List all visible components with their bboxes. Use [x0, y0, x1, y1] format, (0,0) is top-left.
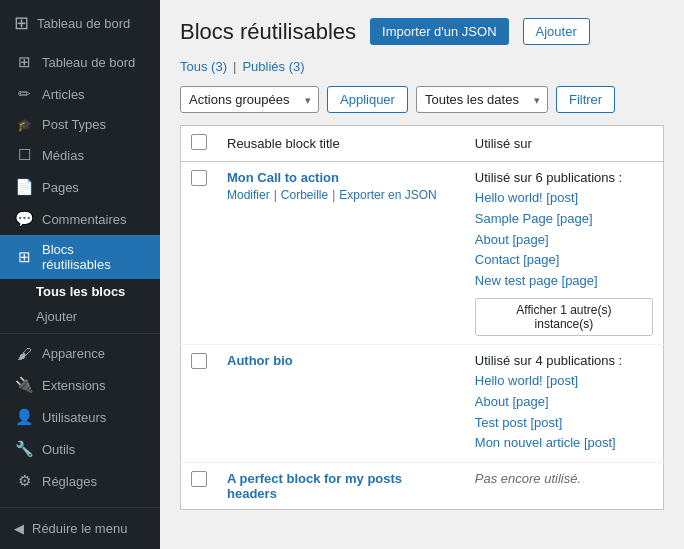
- dashboard-icon: ⊞: [14, 53, 34, 71]
- used-on-label: Utilisé sur 4 publications :: [475, 353, 653, 368]
- sidebar-item-label: Utilisateurs: [42, 410, 106, 425]
- apparence-icon: 🖌: [14, 345, 34, 362]
- apply-button[interactable]: Appliquer: [327, 86, 408, 113]
- add-button[interactable]: Ajouter: [523, 18, 590, 45]
- pages-icon: 📄: [14, 178, 34, 196]
- block-title-link[interactable]: A perfect block for my posts headers: [227, 471, 402, 501]
- sidebar-logo-label: Tableau de bord: [37, 16, 130, 31]
- used-on-link[interactable]: Hello world! [post]: [475, 371, 653, 392]
- table-col-title: Reusable block title: [217, 126, 465, 162]
- sidebar-item-extensions[interactable]: 🔌 Extensions: [0, 369, 160, 401]
- sidebar-item-dashboard[interactable]: ⊞ Tableau de bord: [0, 46, 160, 78]
- commentaires-icon: 💬: [14, 210, 34, 228]
- extensions-icon: 🔌: [14, 376, 34, 394]
- used-on-link[interactable]: Mon nouvel article [post]: [475, 433, 653, 454]
- table-col-used: Utilisé sur: [465, 126, 664, 162]
- sidebar: ⊞ Tableau de bord ⊞ Tableau de bord ✏ Ar…: [0, 0, 160, 549]
- sidebar-item-medias[interactable]: ☐ Médias: [0, 139, 160, 171]
- page-title: Blocs réutilisables: [180, 19, 356, 45]
- import-json-button[interactable]: Importer d'un JSON: [370, 18, 508, 45]
- table-header-checkbox: [181, 126, 218, 162]
- sidebar-item-blocs[interactable]: ⊞ Blocs réutilisables: [0, 235, 160, 279]
- used-on-link[interactable]: Hello world! [post]: [475, 188, 653, 209]
- utilisateurs-icon: 👤: [14, 408, 34, 426]
- submenu-tous-blocs[interactable]: Tous les blocs: [0, 279, 160, 304]
- row-title-cell: A perfect block for my posts headers: [217, 463, 465, 510]
- dates-select[interactable]: Toutes les dates: [416, 86, 548, 113]
- sidebar-item-apparence[interactable]: 🖌 Apparence: [0, 338, 160, 369]
- sidebar-item-label: Tableau de bord: [42, 55, 135, 70]
- used-on-link[interactable]: Contact [page]: [475, 250, 653, 271]
- action-separator: |: [274, 188, 277, 202]
- sidebar-item-label: Réglages: [42, 474, 97, 489]
- sidebar-item-label: Commentaires: [42, 212, 127, 227]
- show-more-button[interactable]: Afficher 1 autre(s) instance(s): [475, 298, 653, 336]
- row-title-cell: Author bio: [217, 344, 465, 462]
- reduce-icon: ◀: [14, 521, 24, 536]
- actions-select[interactable]: Actions groupées: [180, 86, 319, 113]
- sidebar-item-label: Apparence: [42, 346, 105, 361]
- block-title-link[interactable]: Author bio: [227, 353, 293, 368]
- tab-separator: |: [233, 59, 236, 74]
- articles-icon: ✏: [14, 85, 34, 103]
- tabs-bar: Tous (3) | Publiés (3): [180, 59, 664, 74]
- sidebar-reduce-menu[interactable]: ◀ Réduire le menu: [0, 514, 160, 543]
- blocs-submenu: Tous les blocs Ajouter: [0, 279, 160, 329]
- main-content: Blocs réutilisables Importer d'un JSON A…: [160, 0, 684, 549]
- row-checkbox-cell: [181, 162, 218, 345]
- used-on-link[interactable]: About [page]: [475, 230, 653, 251]
- sidebar-item-reglages[interactable]: ⚙ Réglages: [0, 465, 160, 497]
- action-modifier[interactable]: Modifier: [227, 188, 270, 202]
- action-separator: |: [332, 188, 335, 202]
- table-row: Author bioUtilisé sur 4 publications :He…: [181, 344, 664, 462]
- sidebar-item-outils[interactable]: 🔧 Outils: [0, 433, 160, 465]
- action-exporter-en-json[interactable]: Exporter en JSON: [339, 188, 436, 202]
- used-on-link[interactable]: About [page]: [475, 392, 653, 413]
- filter-button[interactable]: Filtrer: [556, 86, 615, 113]
- table-body: Mon Call to actionModifier|Corbeille|Exp…: [181, 162, 664, 510]
- row-checkbox-cell: [181, 463, 218, 510]
- tab-all[interactable]: Tous (3): [180, 59, 227, 74]
- table-row: Mon Call to actionModifier|Corbeille|Exp…: [181, 162, 664, 345]
- row-used-cell: Pas encore utilisé.: [465, 463, 664, 510]
- reduce-label: Réduire le menu: [32, 521, 127, 536]
- sidebar-item-post-types[interactable]: 🎓 Post Types: [0, 110, 160, 139]
- post-types-icon: 🎓: [14, 118, 34, 132]
- row-1-checkbox[interactable]: [191, 353, 207, 369]
- action-corbeille[interactable]: Corbeille: [281, 188, 328, 202]
- not-used-label: Pas encore utilisé.: [475, 471, 581, 486]
- used-on-label: Utilisé sur 6 publications :: [475, 170, 653, 185]
- row-used-cell: Utilisé sur 4 publications :Hello world!…: [465, 344, 664, 462]
- filter-bar: Actions groupées Appliquer Toutes les da…: [180, 86, 664, 113]
- row-checkbox-cell: [181, 344, 218, 462]
- submenu-tous-blocs-label: Tous les blocs: [36, 284, 125, 299]
- sidebar-item-label: Articles: [42, 87, 85, 102]
- sidebar-divider-1: [0, 333, 160, 334]
- tab-published[interactable]: Publiés (3): [242, 59, 304, 74]
- row-title-cell: Mon Call to actionModifier|Corbeille|Exp…: [217, 162, 465, 345]
- submenu-ajouter[interactable]: Ajouter: [0, 304, 160, 329]
- row-2-checkbox[interactable]: [191, 471, 207, 487]
- table-header-row: Reusable block title Utilisé sur: [181, 126, 664, 162]
- row-0-checkbox[interactable]: [191, 170, 207, 186]
- sidebar-bottom: ◀ Réduire le menu: [0, 507, 160, 549]
- sidebar-item-commentaires[interactable]: 💬 Commentaires: [0, 203, 160, 235]
- blocks-table: Reusable block title Utilisé sur Mon Cal…: [180, 125, 664, 510]
- row-used-cell: Utilisé sur 6 publications :Hello world!…: [465, 162, 664, 345]
- sidebar-item-articles[interactable]: ✏ Articles: [0, 78, 160, 110]
- used-on-link[interactable]: New test page [page]: [475, 271, 653, 292]
- dates-select-wrapper: Toutes les dates: [416, 86, 548, 113]
- sidebar-item-pages[interactable]: 📄 Pages: [0, 171, 160, 203]
- outils-icon: 🔧: [14, 440, 34, 458]
- page-header: Blocs réutilisables Importer d'un JSON A…: [180, 18, 664, 45]
- sidebar-item-label: Blocs réutilisables: [42, 242, 146, 272]
- sidebar-item-utilisateurs[interactable]: 👤 Utilisateurs: [0, 401, 160, 433]
- select-all-checkbox[interactable]: [191, 134, 207, 150]
- wordpress-icon: ⊞: [14, 12, 29, 34]
- reglages-icon: ⚙: [14, 472, 34, 490]
- used-on-link[interactable]: Sample Page [page]: [475, 209, 653, 230]
- sidebar-logo[interactable]: ⊞ Tableau de bord: [0, 0, 160, 46]
- block-title-link[interactable]: Mon Call to action: [227, 170, 339, 185]
- sidebar-item-label: Pages: [42, 180, 79, 195]
- used-on-link[interactable]: Test post [post]: [475, 413, 653, 434]
